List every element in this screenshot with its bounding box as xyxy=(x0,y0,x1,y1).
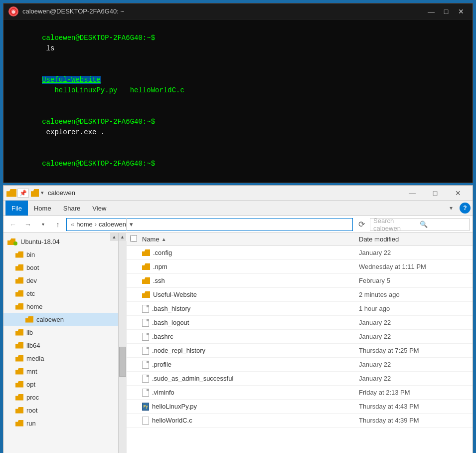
sidebar-item-root[interactable]: root xyxy=(3,404,118,417)
tab-home[interactable]: Home xyxy=(28,201,57,216)
sidebar-item-home[interactable]: home xyxy=(3,300,118,313)
address-dropdown-btn[interactable]: ▾ xyxy=(126,218,136,231)
sidebar-boot-label: boot xyxy=(26,264,39,271)
breadcrumb-sep: › xyxy=(95,221,97,228)
sidebar-lib-label: lib xyxy=(26,329,33,336)
terminal-prompt-2: caloewen@DESKTOP-2FA6G40:~$ xyxy=(42,118,155,126)
file-list-body[interactable]: .config January 22 .npm Wednesday at 1:1… xyxy=(126,246,473,453)
file-date: Thursday at 7:25 PM xyxy=(359,347,469,354)
col-name-header[interactable]: Name ▲ xyxy=(142,235,359,243)
sidebar-item-bin[interactable]: bin xyxy=(3,248,118,261)
sidebar-item-ubuntu[interactable]: Ubuntu-18.04 xyxy=(3,235,118,248)
explorer-quick-access-pin[interactable]: 📌 xyxy=(17,189,29,198)
file-doc-icon xyxy=(142,333,149,341)
folder-icon xyxy=(142,291,150,298)
terminal-prompt-3: caloewen@DESKTOP-2FA6G40:~$ xyxy=(42,160,155,168)
main-area: ▲ Ubuntu-18.04 bin xyxy=(3,233,473,453)
file-name: .npm xyxy=(153,263,359,270)
sidebar-item-etc[interactable]: etc xyxy=(3,287,118,300)
file-row[interactable]: .profile January 22 xyxy=(126,358,473,372)
sidebar-root-label: root xyxy=(26,407,37,414)
terminal-titlebar: ⊕ caloewen@DESKTOP-2FA6G40: ~ — □ ✕ xyxy=(3,3,473,19)
explorer-close-btn[interactable]: ✕ xyxy=(447,186,470,201)
tab-share[interactable]: Share xyxy=(57,201,87,216)
refresh-btn[interactable]: ⟳ xyxy=(355,218,368,231)
col-date-header[interactable]: Date modified xyxy=(359,235,469,243)
explorer-maximize-btn[interactable]: □ xyxy=(424,186,447,201)
file-row[interactable]: .bash_logout January 22 xyxy=(126,316,473,330)
explorer-minimize-btn[interactable]: — xyxy=(401,186,424,201)
sidebar-scrollbar-up[interactable]: ▲ xyxy=(119,233,127,241)
file-name: .ssh xyxy=(153,277,359,284)
explorer-title-folder-icon2 xyxy=(31,189,39,197)
terminal-title: caloewen@DESKTOP-2FA6G40: ~ xyxy=(22,7,425,15)
sidebar-item-proc[interactable]: proc xyxy=(3,391,118,404)
terminal-app-icon: ⊕ xyxy=(8,6,18,16)
help-button[interactable]: ? xyxy=(460,203,471,214)
sidebar-scrollbar-thumb[interactable] xyxy=(119,347,126,377)
search-box[interactable]: Search caloewen 🔍 xyxy=(370,218,470,231)
file-row[interactable]: .sudo_as_admin_successful January 22 xyxy=(126,372,473,386)
svg-text:⊕: ⊕ xyxy=(11,9,15,14)
terminal-useful-website-link[interactable]: Useful-Website xyxy=(42,76,101,84)
file-row[interactable]: helloWorldC.c Thursday at 4:39 PM xyxy=(126,414,473,428)
explorer-title-text: caloewen xyxy=(48,189,75,197)
terminal-minimize-btn[interactable]: — xyxy=(425,6,438,17)
address-text: « xyxy=(71,221,74,228)
explorer-folder-icon xyxy=(6,189,16,197)
sidebar-item-lib[interactable]: lib xyxy=(3,326,118,339)
up-btn[interactable]: ↑ xyxy=(51,218,64,231)
file-row[interactable]: .viminfo Friday at 2:13 PM xyxy=(126,386,473,400)
terminal-body[interactable]: caloewen@DESKTOP-2FA6G40:~$ ls Useful-We… xyxy=(3,19,473,183)
file-row[interactable]: .bash_history 1 hour ago xyxy=(126,302,473,316)
folder-icon xyxy=(25,316,33,323)
checkbox-all[interactable] xyxy=(130,235,137,242)
file-row[interactable]: Useful-Website 2 minutes ago xyxy=(126,288,473,302)
file-row[interactable]: .node_repl_history Thursday at 7:25 PM xyxy=(126,344,473,358)
file-date: January 22 xyxy=(359,249,469,256)
back-btn[interactable]: ← xyxy=(6,218,19,231)
address-home[interactable]: home xyxy=(76,221,93,228)
sidebar-item-opt[interactable]: opt xyxy=(3,378,118,391)
forward-btn[interactable]: → xyxy=(21,218,34,231)
file-row[interactable]: .ssh February 5 xyxy=(126,274,473,288)
sidebar-item-mnt[interactable]: mnt xyxy=(3,365,118,378)
file-name: .bash_logout xyxy=(152,319,359,326)
folder-icon xyxy=(15,381,23,388)
sidebar-lib64-label: lib64 xyxy=(26,342,40,349)
sidebar-item-caloewen[interactable]: caloewen xyxy=(3,313,118,326)
sidebar-item-boot[interactable]: boot xyxy=(3,261,118,274)
file-date: January 22 xyxy=(359,375,469,382)
address-caloewen[interactable]: caloewen xyxy=(99,221,126,228)
sidebar-home-label: home xyxy=(26,303,43,310)
folder-icon xyxy=(15,277,23,284)
file-row[interactable]: .config January 22 xyxy=(126,246,473,260)
folder-icon xyxy=(15,407,23,414)
sidebar-item-media[interactable]: media xyxy=(3,352,118,365)
file-date: 1 hour ago xyxy=(359,305,469,312)
tab-view[interactable]: View xyxy=(86,201,112,216)
address-path[interactable]: « home › caloewen ▾ xyxy=(66,218,353,231)
file-date: January 22 xyxy=(359,319,469,326)
terminal-maximize-btn[interactable]: □ xyxy=(440,6,453,17)
sidebar-proc-label: proc xyxy=(26,394,39,401)
sidebar-item-lib64[interactable]: lib64 xyxy=(3,339,118,352)
file-row[interactable]: Py helloLinuxPy.py Thursday at 4:43 PM xyxy=(126,400,473,414)
sidebar-item-dev[interactable]: dev xyxy=(3,274,118,287)
ribbon-collapse-btn[interactable]: ▾ xyxy=(445,202,458,215)
sidebar-scroll-up[interactable]: ▲ xyxy=(110,233,118,241)
recent-locations-btn[interactable]: ▾ xyxy=(36,218,49,231)
file-list-area: Name ▲ Date modified .config xyxy=(126,233,473,453)
file-row[interactable]: .npm Wednesday at 1:11 PM xyxy=(126,260,473,274)
ribbon-tabs: File Home Share View ▾ ? xyxy=(3,201,473,216)
terminal-close-btn[interactable]: ✕ xyxy=(455,6,468,17)
file-row[interactable]: .bashrc January 22 xyxy=(126,330,473,344)
sidebar-item-run[interactable]: run xyxy=(3,417,118,430)
file-name: .sudo_as_admin_successful xyxy=(152,375,359,382)
file-py-icon: Py xyxy=(142,403,149,411)
select-all-checkbox[interactable] xyxy=(130,235,142,243)
sidebar-run-label: run xyxy=(26,420,36,427)
file-name: .config xyxy=(153,249,359,256)
sidebar-scrollbar-track[interactable] xyxy=(119,241,127,453)
tab-file[interactable]: File xyxy=(5,201,28,216)
